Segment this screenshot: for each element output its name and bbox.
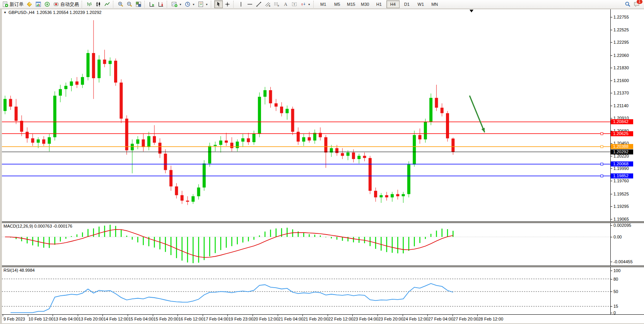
line-handle[interactable] — [601, 175, 603, 177]
chart-shift-icon — [158, 1, 164, 7]
chart-shift-marker[interactable] — [470, 10, 473, 12]
toolbar-separator — [82, 1, 84, 8]
trendline-tool-button[interactable] — [255, 0, 263, 8]
time-label: 21 Feb 04:00 — [278, 317, 304, 321]
timeframe-w1-button[interactable]: W1 — [414, 0, 427, 8]
arrows-tool-button[interactable]: ▼ — [299, 0, 312, 8]
candle — [341, 153, 344, 156]
rsi-plot-area[interactable]: RSI(14) 48.9984 — [2, 267, 611, 314]
horizontal-line-tool-button[interactable] — [246, 0, 254, 8]
candlestick-mode-button[interactable] — [94, 0, 102, 8]
time-tick — [203, 315, 203, 316]
line-chart-mode-button[interactable] — [103, 0, 111, 8]
market-watch-icon — [35, 1, 41, 7]
line-handle[interactable] — [601, 146, 603, 148]
zoom-in-button[interactable] — [116, 0, 125, 8]
notifications-button[interactable]: 1 — [632, 0, 641, 8]
text-tool-button[interactable]: A — [281, 0, 290, 8]
search-button[interactable] — [624, 0, 632, 8]
axis-label: 100 — [611, 268, 620, 273]
toolbar-separator — [211, 1, 213, 8]
zoom-out-button[interactable] — [125, 0, 134, 8]
signals-button[interactable] — [43, 0, 51, 8]
dropdown-caret-icon: ▼ — [205, 3, 208, 6]
arrow-annotation[interactable] — [470, 96, 485, 132]
timeframe-d1-button[interactable]: D1 — [400, 0, 413, 8]
cursor-tool-button[interactable] — [214, 0, 223, 8]
candle — [313, 133, 316, 141]
symbol-dropdown-icon[interactable]: ▼ — [3, 11, 7, 14]
chart-shift-button[interactable] — [157, 0, 165, 8]
text-label-icon: T — [291, 1, 297, 7]
candle — [302, 137, 305, 142]
time-label: 27 Feb 04:00 — [428, 317, 453, 321]
time-tick — [128, 315, 128, 316]
time-label: 17 Feb 04:00 — [203, 317, 229, 321]
crosshair-icon — [224, 1, 231, 7]
fibonacci-tool-button[interactable]: F — [272, 0, 281, 8]
rsi-axis: 1008050150 — [611, 267, 644, 314]
timeframe-mn-button[interactable]: MN — [428, 0, 441, 8]
text-label-tool-button[interactable]: T — [290, 0, 299, 8]
timeframe-m15-button[interactable]: M15 — [345, 0, 358, 8]
auto-scroll-button[interactable] — [148, 0, 156, 8]
autotrading-button[interactable]: 自动交易 — [52, 0, 80, 8]
timeframe-m1-button[interactable]: M1 — [317, 0, 330, 8]
axis-label: 1.22525 — [611, 27, 629, 33]
templates-button[interactable]: ▼ — [196, 0, 209, 8]
equidistant-channel-tool-button[interactable]: E — [263, 0, 272, 8]
timeframe-m30-button[interactable]: M30 — [359, 0, 372, 8]
metaeditor-button[interactable] — [25, 0, 34, 8]
main-plot-area[interactable]: ▼ GBPUSD-,H4 1.20536 1.20554 1.20239 1.2… — [2, 9, 611, 221]
candle — [203, 163, 206, 187]
equidistant-channel-icon: E — [265, 1, 271, 7]
zoom-in-icon — [118, 1, 124, 7]
time-label: 13 Feb 04:00 — [53, 317, 79, 321]
line-handle[interactable] — [601, 132, 603, 135]
horizontal-line-icon — [247, 1, 253, 7]
axis-label: 1.21370 — [611, 91, 629, 96]
candle — [70, 81, 73, 86]
macd-plot-area[interactable]: MACD(12,26,9) 0.000763 -0.000176 — [2, 223, 611, 266]
axis-label: 1.22755 — [611, 15, 629, 20]
template-icon — [198, 1, 204, 7]
price-axis[interactable]: 1.227551.225251.222951.220601.218301.216… — [611, 9, 644, 221]
timeframe-m5-button[interactable]: M5 — [331, 0, 344, 8]
candle — [120, 82, 123, 118]
new-order-button[interactable]: 新订单 — [1, 0, 25, 8]
candle — [20, 121, 23, 132]
time-label: 28 Feb 12:00 — [478, 317, 503, 321]
market-watch-button[interactable] — [34, 0, 43, 8]
candle — [441, 108, 444, 113]
candle — [357, 156, 360, 159]
bar-chart-mode-button[interactable] — [85, 0, 94, 8]
dropdown-caret-icon: ▼ — [308, 3, 311, 6]
svg-text:A: A — [284, 2, 287, 7]
candle — [31, 138, 34, 142]
axis-label: 0.002095 — [611, 223, 631, 228]
time-tick — [227, 315, 228, 316]
new-chart-button[interactable]: ▼ — [170, 0, 183, 8]
line-handle[interactable] — [601, 163, 603, 165]
autotrading-icon — [53, 1, 59, 7]
candle — [147, 136, 150, 147]
price-line-badge: 1.20068 — [611, 161, 633, 166]
vertical-line-tool-button[interactable] — [237, 0, 245, 8]
time-label: 15 Feb 20:00 — [154, 317, 179, 321]
toolbar-separator — [144, 1, 146, 8]
candle — [81, 77, 84, 85]
candle — [131, 144, 134, 150]
timeframe-h4-button[interactable]: H4 — [386, 0, 400, 8]
dropdown-caret-icon: ▼ — [179, 3, 182, 6]
candle — [419, 135, 422, 139]
tile-windows-button[interactable] — [134, 0, 143, 8]
candle — [92, 53, 95, 78]
candle — [9, 99, 12, 107]
metaeditor-icon — [26, 1, 32, 7]
candle — [407, 165, 410, 194]
timeframe-h1-button[interactable]: H1 — [372, 0, 386, 8]
crosshair-tool-button[interactable] — [223, 0, 232, 8]
candle — [169, 170, 173, 186]
periods-button[interactable]: ▼ — [183, 0, 196, 8]
time-axis[interactable]: 9 Feb 202310 Feb 12:0013 Feb 04:0013 Feb… — [2, 314, 644, 323]
